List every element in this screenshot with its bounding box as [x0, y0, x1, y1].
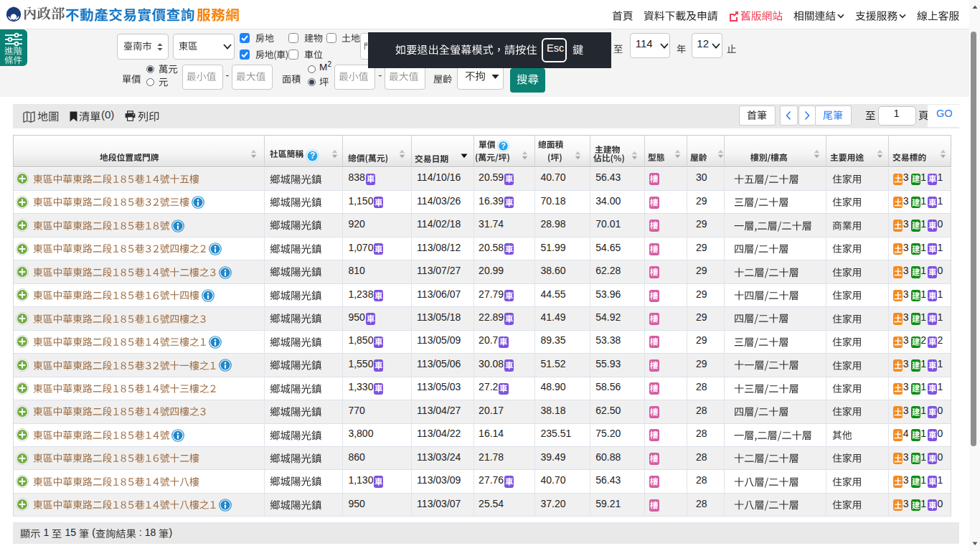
svg-text:?: ? — [501, 141, 506, 150]
svg-text:?: ? — [310, 151, 315, 161]
